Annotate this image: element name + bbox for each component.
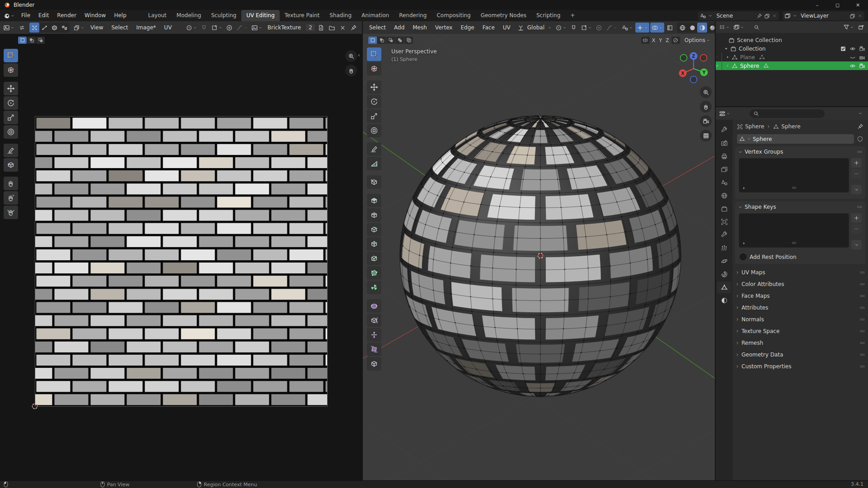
- display-mode-icon[interactable]: [718, 22, 731, 32]
- properties-tab-object-data[interactable]: [717, 282, 731, 293]
- select-op-intersect[interactable]: [404, 37, 413, 44]
- breadcrumb-object[interactable]: Sphere: [745, 123, 764, 130]
- panel-label[interactable]: Vertex Groups: [745, 149, 783, 155]
- tool-smooth[interactable]: [367, 299, 381, 313]
- camera-icon[interactable]: [859, 46, 865, 52]
- chevron-down-icon[interactable]: [738, 205, 743, 210]
- eye-closed-icon[interactable]: [849, 54, 856, 61]
- panel-attributes[interactable]: Attributes: [732, 302, 868, 314]
- disclosure-triangle[interactable]: [723, 46, 729, 52]
- pivot-icon[interactable]: [184, 23, 198, 33]
- properties-search-input[interactable]: [750, 109, 825, 118]
- outliner-row-scene-collection[interactable]: Scene Collection: [716, 36, 868, 44]
- select-op-extend[interactable]: [27, 37, 36, 44]
- slash-circle-icon[interactable]: [671, 37, 680, 44]
- shading-solid-icon[interactable]: [687, 23, 697, 33]
- pivot-icon[interactable]: [554, 23, 568, 33]
- chevron-right-icon[interactable]: [735, 329, 740, 333]
- uv-menu-uv[interactable]: UV: [160, 23, 175, 32]
- tool-loop-cut[interactable]: [367, 237, 381, 251]
- outliner-row-collection[interactable]: Collection: [716, 44, 868, 53]
- snap-target-icon[interactable]: [579, 23, 593, 33]
- drag-grip-icon[interactable]: [791, 185, 797, 191]
- panel-label[interactable]: Texture Space: [741, 328, 779, 334]
- copy-icon[interactable]: [849, 13, 855, 19]
- camera-off-icon[interactable]: [859, 54, 865, 61]
- properties-tab-object[interactable]: [717, 216, 731, 228]
- list-specials-button[interactable]: [851, 185, 862, 194]
- panel-color-attributes[interactable]: Color Attributes: [732, 278, 868, 290]
- maximize-button[interactable]: ◻: [827, 0, 848, 10]
- panel-label[interactable]: Color Attributes: [741, 281, 784, 287]
- workspace-tab-modeling[interactable]: Modeling: [172, 10, 206, 21]
- menu-edit[interactable]: Edit: [34, 10, 53, 21]
- add-rest-position-button[interactable]: Add Rest Position: [735, 250, 865, 260]
- properties-tab-view-layer[interactable]: [717, 164, 731, 175]
- properties-tab-collection[interactable]: [717, 203, 731, 215]
- remove-item-button[interactable]: [851, 169, 862, 178]
- workspace-tab-texture-paint[interactable]: Texture Paint: [280, 10, 324, 21]
- tool-cursor-2d[interactable]: [4, 63, 18, 77]
- object-name[interactable]: Plane: [739, 54, 755, 61]
- tool-inset-faces[interactable]: [367, 208, 381, 222]
- list-box[interactable]: [739, 213, 849, 248]
- panel-label[interactable]: UV Maps: [741, 269, 765, 276]
- overlays-icon[interactable]: [650, 23, 664, 33]
- tool-spin[interactable]: [367, 281, 381, 294]
- camera-view-icon[interactable]: [700, 115, 712, 127]
- tool-relax[interactable]: [4, 191, 18, 205]
- select-op-set[interactable]: [368, 37, 377, 44]
- unlink-icon[interactable]: [338, 23, 347, 33]
- chevron-down-icon[interactable]: [708, 14, 713, 18]
- select-op-extend[interactable]: [377, 37, 386, 44]
- visibility-icon[interactable]: [620, 23, 634, 33]
- pin-icon[interactable]: [857, 123, 863, 130]
- funnel-icon[interactable]: [842, 22, 855, 32]
- tool-pinch[interactable]: [4, 206, 18, 219]
- tool-knife[interactable]: [367, 252, 381, 265]
- object-name[interactable]: Collection: [738, 46, 765, 52]
- tool-extrude-region[interactable]: [367, 194, 381, 207]
- tool-transform[interactable]: [4, 125, 18, 139]
- panel-label[interactable]: Shape Keys: [745, 204, 776, 210]
- panel-uv-maps[interactable]: UV Maps: [732, 267, 868, 278]
- properties-tab-world[interactable]: [717, 190, 731, 202]
- navigation-gizmo[interactable]: ZXY: [675, 49, 713, 87]
- drag-grip-icon[interactable]: [856, 204, 863, 210]
- properties-tab-particles[interactable]: [717, 242, 731, 254]
- chevron-right-icon[interactable]: [735, 341, 740, 345]
- tri-right-icon[interactable]: [741, 241, 746, 246]
- close-icon[interactable]: [772, 13, 777, 19]
- tool-select-box[interactable]: [4, 49, 18, 62]
- panel-face-maps[interactable]: Face Maps: [732, 290, 868, 302]
- panel-label[interactable]: Normals: [741, 316, 764, 323]
- drag-grip-icon[interactable]: [859, 293, 865, 299]
- uv-mode-island-button[interactable]: [59, 23, 69, 33]
- chevron-right-icon[interactable]: [735, 364, 740, 369]
- vp-menu-edge[interactable]: Edge: [457, 23, 478, 32]
- tool-add-cube[interactable]: [367, 175, 381, 189]
- close-button[interactable]: ✕: [848, 0, 868, 10]
- drag-grip-icon[interactable]: [859, 363, 865, 370]
- drag-grip-icon[interactable]: [859, 328, 865, 334]
- panel-label[interactable]: Attributes: [741, 305, 768, 311]
- scene-selector[interactable]: Scene: [698, 11, 779, 20]
- vp-menu-mesh[interactable]: Mesh: [409, 23, 431, 32]
- uv-image-users-count[interactable]: 2: [306, 24, 315, 31]
- tool-shear[interactable]: [367, 343, 381, 356]
- menu-window[interactable]: Window: [80, 10, 110, 21]
- chevron-right-icon[interactable]: [735, 352, 740, 357]
- snap-target-icon[interactable]: [210, 23, 224, 33]
- drag-grip-icon[interactable]: [856, 149, 863, 155]
- shading-material-icon[interactable]: [697, 23, 707, 33]
- add-workspace-button[interactable]: +: [565, 10, 580, 21]
- object-name[interactable]: Sphere: [739, 63, 759, 69]
- panel-header[interactable]: Shape Keys: [735, 202, 865, 212]
- new-image-icon[interactable]: [316, 23, 326, 33]
- outliner-search-input[interactable]: [750, 23, 837, 32]
- workspace-tab-animation[interactable]: Animation: [357, 10, 394, 21]
- drag-grip-icon[interactable]: [859, 281, 865, 287]
- close-icon[interactable]: [857, 13, 863, 19]
- chevron-right-icon[interactable]: [735, 305, 740, 310]
- panel-label[interactable]: Geometry Data: [741, 352, 783, 358]
